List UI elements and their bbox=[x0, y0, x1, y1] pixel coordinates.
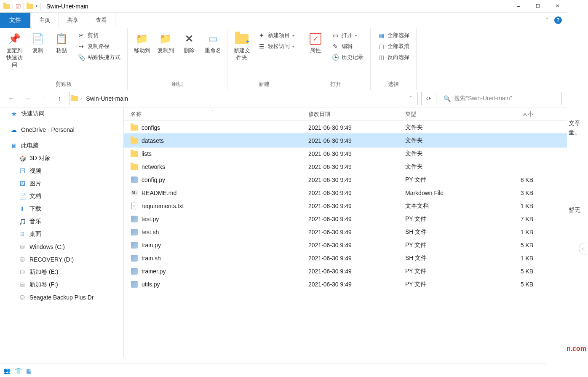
status-icon[interactable]: 👕 bbox=[15, 367, 22, 374]
file-list: 名称 ˄ 修改日期 类型 大小 configs 2021-06-30 9:49 … bbox=[124, 107, 567, 358]
open-icon: ▭ bbox=[331, 32, 339, 39]
collapse-ribbon-icon[interactable]: ˄ bbox=[546, 17, 548, 23]
sidebar-item[interactable]: 🎲3D 对象 bbox=[0, 152, 123, 165]
drive-icon: ⛁ bbox=[19, 281, 26, 289]
file-date: 2021-06-30 9:49 bbox=[308, 281, 405, 288]
file-icon bbox=[131, 176, 138, 183]
quick-access-toolbar: ☑ ▾ Swin-Unet-main bbox=[0, 3, 88, 10]
open-button[interactable]: ▭打开 ▾ bbox=[330, 30, 365, 40]
file-type: PY 文件 bbox=[405, 267, 489, 275]
column-type[interactable]: 类型 bbox=[405, 110, 489, 118]
status-icon[interactable]: 👥 bbox=[3, 367, 11, 374]
file-row[interactable]: datasets 2021-06-30 9:49 文件夹 bbox=[124, 134, 567, 147]
sidebar-item-quick-access[interactable]: ★ 快速访问 bbox=[0, 107, 123, 120]
file-name: test.sh bbox=[142, 229, 159, 235]
file-type: PY 文件 bbox=[405, 241, 489, 249]
history-button[interactable]: 🕒历史记录 bbox=[330, 52, 365, 62]
sidebar-item[interactable]: 🖼图片 bbox=[0, 177, 123, 190]
tab-share[interactable]: 共享 bbox=[59, 13, 87, 28]
new-item-button[interactable]: ✦新建项目 ▾ bbox=[256, 30, 296, 40]
file-row[interactable]: networks 2021-06-30 9:49 文件夹 bbox=[124, 160, 567, 173]
drive-icon: ⛁ bbox=[19, 256, 26, 263]
easy-access-icon: ☰ bbox=[258, 43, 265, 50]
copy-button[interactable]: 📄 复制 bbox=[27, 29, 49, 56]
refresh-button[interactable]: ⟳ bbox=[421, 92, 436, 105]
forward-button[interactable]: → bbox=[21, 92, 34, 105]
tab-file[interactable]: 文件 bbox=[0, 13, 31, 28]
properties-button[interactable]: ✓ 属性 bbox=[305, 29, 326, 56]
up-button[interactable]: ↑ bbox=[53, 92, 66, 105]
sidebar-item[interactable]: ⛁新加卷 (E:) bbox=[0, 266, 123, 278]
sidebar-item[interactable]: 📄文档 bbox=[0, 190, 123, 203]
pin-icon: 📌 bbox=[8, 31, 21, 46]
copy-path-button[interactable]: ⇢复制路径 bbox=[76, 41, 122, 51]
pc-icon: 🖥 bbox=[10, 142, 18, 150]
column-name[interactable]: 名称 ˄ bbox=[127, 110, 308, 118]
sidebar-item[interactable]: ⛁RECOVERY (D:) bbox=[0, 253, 123, 266]
drive-icon: ⛁ bbox=[19, 268, 26, 276]
file-row[interactable]: configs 2021-06-30 9:49 文件夹 bbox=[124, 121, 567, 134]
maximize-button[interactable]: ☐ bbox=[528, 0, 548, 13]
file-type: Markdown File bbox=[405, 190, 489, 196]
sidebar-item[interactable]: ⛁Windows (C:) bbox=[0, 241, 123, 253]
sidebar-item[interactable]: 🎵音乐 bbox=[0, 215, 123, 228]
chevron-right-icon[interactable]: › bbox=[80, 96, 82, 101]
paste-button[interactable]: 📋 粘贴 bbox=[51, 29, 72, 56]
select-none-button[interactable]: ▢全部取消 bbox=[376, 41, 411, 51]
sidebar-item[interactable]: ⛁新加卷 (F:) bbox=[0, 278, 123, 291]
back-button[interactable]: ← bbox=[5, 92, 18, 105]
file-row[interactable]: trainer.py 2021-06-30 9:49 PY 文件 5 KB bbox=[124, 265, 567, 278]
file-type: 文件夹 bbox=[405, 124, 489, 131]
ribbon-group-open: ✓ 属性 ▭打开 ▾ ✎编辑 🕒历史记录 打开 bbox=[301, 28, 371, 90]
tab-home[interactable]: 主页 bbox=[31, 13, 59, 28]
file-date: 2021-06-30 9:49 bbox=[308, 229, 405, 235]
column-date[interactable]: 修改日期 bbox=[308, 110, 405, 118]
file-row[interactable]: requirements.txt 2021-06-30 9:49 文本文档 1 … bbox=[124, 199, 567, 212]
search-input[interactable]: 🔍 搜索"Swin-Unet-main" bbox=[440, 92, 562, 105]
copy-to-button[interactable]: 📁 复制到 bbox=[155, 29, 176, 56]
file-row[interactable]: lists 2021-06-30 9:49 文件夹 bbox=[124, 147, 567, 160]
delete-button[interactable]: ✕ 删除 bbox=[178, 29, 200, 56]
tab-view[interactable]: 查看 bbox=[87, 13, 115, 28]
rename-button[interactable]: ▭ 重命名 bbox=[202, 29, 224, 56]
easy-access-button[interactable]: ☰轻松访问 ▾ bbox=[256, 41, 296, 51]
recent-locations-button[interactable]: ˅ bbox=[37, 92, 50, 105]
file-row[interactable]: train.sh 2021-06-30 9:49 SH 文件 1 KB bbox=[124, 251, 567, 265]
properties-icon[interactable]: ☑ bbox=[16, 3, 21, 10]
breadcrumb-current[interactable]: Swin-Unet-main bbox=[84, 95, 130, 102]
file-row[interactable]: config.py 2021-06-30 9:49 PY 文件 8 KB bbox=[124, 173, 567, 186]
paste-shortcut-button[interactable]: 📎粘贴快捷方式 bbox=[76, 52, 122, 62]
sidebar-item-this-pc[interactable]: 🖥 此电脑 bbox=[0, 139, 123, 152]
navigation-pane[interactable]: ★ 快速访问 ☁ OneDrive - Personal 🖥 此电脑 🎲3D 对… bbox=[0, 107, 124, 358]
sidebar-item-onedrive[interactable]: ☁ OneDrive - Personal bbox=[0, 123, 123, 136]
column-size[interactable]: 大小 bbox=[489, 110, 540, 118]
expand-arrow-icon[interactable]: ‹ bbox=[579, 243, 587, 254]
cut-button[interactable]: ✂剪切 bbox=[76, 30, 122, 40]
help-icon[interactable]: ? bbox=[554, 16, 562, 24]
minimize-button[interactable]: ─ bbox=[509, 0, 528, 13]
edit-button[interactable]: ✎编辑 bbox=[330, 41, 365, 51]
sidebar-item[interactable]: ⬇下载 bbox=[0, 203, 123, 215]
file-icon bbox=[131, 242, 138, 249]
sidebar-item[interactable]: ⛁Seagate Backup Plus Dr bbox=[0, 291, 123, 304]
file-row[interactable]: M↓README.md 2021-06-30 9:49 Markdown Fil… bbox=[124, 186, 567, 199]
status-icon[interactable]: ▦ bbox=[26, 367, 32, 374]
sidebar-item[interactable]: 🎞视频 bbox=[0, 165, 123, 177]
invert-selection-button[interactable]: ◫反向选择 bbox=[376, 52, 411, 62]
file-row[interactable]: train.py 2021-06-30 9:49 PY 文件 5 KB bbox=[124, 238, 567, 251]
sidebar-item[interactable]: 🖥桌面 bbox=[0, 228, 123, 241]
qat-dropdown-icon[interactable]: ▾ bbox=[36, 4, 37, 8]
file-row[interactable]: test.py 2021-06-30 9:49 PY 文件 7 KB bbox=[124, 212, 567, 225]
new-folder-button[interactable]: 新建文件夹 bbox=[231, 29, 253, 63]
pin-to-quick-access-button[interactable]: 📌 固定到快速访问 bbox=[3, 29, 25, 70]
file-row[interactable]: test.sh 2021-06-30 9:49 SH 文件 1 KB bbox=[124, 225, 567, 238]
move-to-button[interactable]: 📁 移动到 bbox=[131, 29, 153, 56]
cut-icon: ✂ bbox=[78, 32, 85, 39]
select-all-button[interactable]: ▦全部选择 bbox=[376, 30, 411, 40]
address-dropdown-icon[interactable]: ˅ bbox=[406, 96, 416, 102]
file-date: 2021-06-30 9:49 bbox=[308, 242, 405, 249]
file-row[interactable]: utils.py 2021-06-30 9:49 PY 文件 5 KB bbox=[124, 278, 567, 291]
close-button[interactable]: ✕ bbox=[548, 0, 567, 13]
address-bar[interactable]: › Swin-Unet-main ˅ bbox=[69, 92, 418, 105]
file-icon bbox=[131, 216, 138, 222]
